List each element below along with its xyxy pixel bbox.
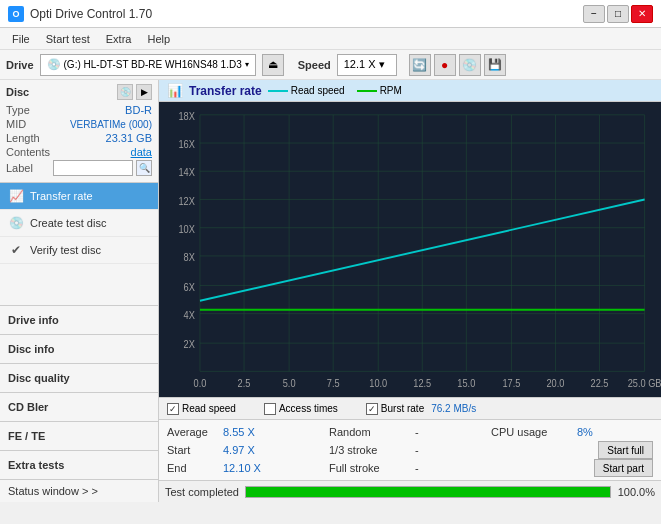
progress-fill bbox=[246, 487, 610, 497]
window-controls: − □ ✕ bbox=[583, 5, 653, 23]
burst-rate-value: 76.2 MB/s bbox=[431, 403, 476, 414]
status-window-button[interactable]: Status window > > bbox=[0, 479, 158, 502]
disc-color-button[interactable]: ● bbox=[434, 54, 456, 76]
svg-text:8X: 8X bbox=[184, 251, 195, 263]
content-area: 📊 Transfer rate Read speed RPM bbox=[159, 80, 661, 502]
refresh-button[interactable]: 🔄 bbox=[409, 54, 431, 76]
read-speed-checkbox[interactable] bbox=[167, 403, 179, 415]
average-value: 8.55 X bbox=[223, 426, 263, 438]
data-rows: Average 8.55 X Random - CPU usage 8% Sta… bbox=[159, 419, 661, 480]
disc-label-button[interactable]: 🔍 bbox=[136, 160, 152, 176]
burst-rate-check-label: Burst rate bbox=[381, 403, 424, 414]
disc-mid-label: MID bbox=[6, 118, 26, 130]
burst-rate-checkbox[interactable] bbox=[366, 403, 378, 415]
disc-info-button[interactable]: Disc info bbox=[8, 339, 150, 359]
stroke13-value: - bbox=[415, 444, 435, 456]
random-value: - bbox=[415, 426, 435, 438]
nav-create-test-disc[interactable]: 💿 Create test disc bbox=[0, 210, 158, 237]
svg-text:2.5: 2.5 bbox=[238, 377, 251, 389]
read-speed-color bbox=[268, 90, 288, 92]
save-button[interactable]: 💾 bbox=[484, 54, 506, 76]
create-test-disc-icon: 💿 bbox=[8, 215, 24, 231]
fete-section: FE / TE bbox=[0, 421, 158, 450]
start-full-button[interactable]: Start full bbox=[598, 441, 653, 459]
drive-dropdown-arrow: ▾ bbox=[245, 60, 249, 69]
speed-value: 12.1 X ▾ bbox=[344, 58, 385, 71]
close-button[interactable]: ✕ bbox=[631, 5, 653, 23]
drive-selector[interactable]: 💿 (G:) HL-DT-ST BD-RE WH16NS48 1.D3 ▾ bbox=[40, 54, 256, 76]
disc-icon-1[interactable]: 💿 bbox=[117, 84, 133, 100]
svg-text:14X: 14X bbox=[178, 166, 194, 178]
disc-mid-value: VERBATIMe (000) bbox=[70, 119, 152, 130]
disc-contents-row: Contents data bbox=[6, 146, 152, 158]
svg-text:7.5: 7.5 bbox=[327, 377, 340, 389]
drive-bar: Drive 💿 (G:) HL-DT-ST BD-RE WH16NS48 1.D… bbox=[0, 50, 661, 80]
start-col1: Start 4.97 X bbox=[167, 444, 329, 456]
access-times-checkbox[interactable] bbox=[264, 403, 276, 415]
disc-button2[interactable]: 💿 bbox=[459, 54, 481, 76]
start-col3: Start full bbox=[491, 441, 653, 459]
drive-label: Drive bbox=[6, 59, 34, 71]
read-speed-check[interactable]: Read speed bbox=[167, 403, 236, 415]
progress-bar-container: Test completed 100.0% bbox=[159, 480, 661, 502]
chart-svg: 18X 16X 14X 12X 10X 8X 6X 4X 2X 0.0 2.5 … bbox=[159, 102, 661, 397]
menu-help[interactable]: Help bbox=[139, 31, 178, 47]
disc-icon-2[interactable]: ▶ bbox=[136, 84, 152, 100]
read-speed-check-label: Read speed bbox=[182, 403, 236, 414]
cd-bler-section: CD Bler bbox=[0, 392, 158, 421]
nav-transfer-rate-label: Transfer rate bbox=[30, 190, 93, 202]
legend-read-label: Read speed bbox=[291, 85, 345, 96]
disc-contents-value[interactable]: data bbox=[131, 146, 152, 158]
main-layout: Disc 💿 ▶ Type BD-R MID VERBATIMe (000) L… bbox=[0, 80, 661, 502]
speed-selector[interactable]: 12.1 X ▾ bbox=[337, 54, 397, 76]
extra-tests-section: Extra tests bbox=[0, 450, 158, 479]
menu-extra[interactable]: Extra bbox=[98, 31, 140, 47]
progress-percent: 100.0% bbox=[617, 486, 655, 498]
start-part-button[interactable]: Start part bbox=[594, 459, 653, 477]
disc-panel: Disc 💿 ▶ Type BD-R MID VERBATIMe (000) L… bbox=[0, 80, 158, 183]
svg-text:12.5: 12.5 bbox=[413, 377, 431, 389]
speed-label: Speed bbox=[298, 59, 331, 71]
disc-length-label: Length bbox=[6, 132, 40, 144]
minimize-button[interactable]: − bbox=[583, 5, 605, 23]
disc-type-value: BD-R bbox=[125, 104, 152, 116]
svg-text:4X: 4X bbox=[184, 309, 195, 321]
full-stroke-label: Full stroke bbox=[329, 462, 409, 474]
disc-label-input[interactable] bbox=[53, 160, 133, 176]
cpu-value: 8% bbox=[577, 426, 593, 438]
access-times-check[interactable]: Access times bbox=[264, 403, 338, 415]
cd-bler-button[interactable]: CD Bler bbox=[8, 397, 150, 417]
extra-tests-button[interactable]: Extra tests bbox=[8, 455, 150, 475]
chart-icon: 📊 bbox=[167, 83, 183, 98]
menu-start-test[interactable]: Start test bbox=[38, 31, 98, 47]
svg-text:2X: 2X bbox=[184, 338, 195, 350]
menu-file[interactable]: File bbox=[4, 31, 38, 47]
disc-quality-button[interactable]: Disc quality bbox=[8, 368, 150, 388]
svg-text:20.0: 20.0 bbox=[547, 377, 565, 389]
svg-text:10.0: 10.0 bbox=[369, 377, 387, 389]
burst-rate-check[interactable]: Burst rate 76.2 MB/s bbox=[366, 403, 476, 415]
verify-test-disc-icon: ✔ bbox=[8, 242, 24, 258]
random-label: Random bbox=[329, 426, 409, 438]
start-label: Start bbox=[167, 444, 217, 456]
drive-info-button[interactable]: Drive info bbox=[8, 310, 150, 330]
eject-button[interactable]: ⏏ bbox=[262, 54, 284, 76]
legend-rpm: RPM bbox=[357, 85, 402, 96]
svg-text:12X: 12X bbox=[178, 195, 194, 207]
nav-verify-test-disc[interactable]: ✔ Verify test disc bbox=[0, 237, 158, 264]
fete-button[interactable]: FE / TE bbox=[8, 426, 150, 446]
nav-transfer-rate[interactable]: 📈 Transfer rate bbox=[0, 183, 158, 210]
nav-create-test-disc-label: Create test disc bbox=[30, 217, 106, 229]
end-col1: End 12.10 X bbox=[167, 462, 329, 474]
stats-bar: Read speed Access times Burst rate 76.2 … bbox=[159, 397, 661, 419]
average-col3: CPU usage 8% bbox=[491, 426, 653, 438]
maximize-button[interactable]: □ bbox=[607, 5, 629, 23]
nav-verify-test-disc-label: Verify test disc bbox=[30, 244, 101, 256]
sidebar: Disc 💿 ▶ Type BD-R MID VERBATIMe (000) L… bbox=[0, 80, 159, 502]
menu-bar: File Start test Extra Help bbox=[0, 28, 661, 50]
chart-container: 18X 16X 14X 12X 10X 8X 6X 4X 2X 0.0 2.5 … bbox=[159, 102, 661, 397]
disc-label-row: Label 🔍 bbox=[6, 160, 152, 176]
chart-title: Transfer rate bbox=[189, 84, 262, 98]
full-stroke-value: - bbox=[415, 462, 435, 474]
rpm-color bbox=[357, 90, 377, 92]
